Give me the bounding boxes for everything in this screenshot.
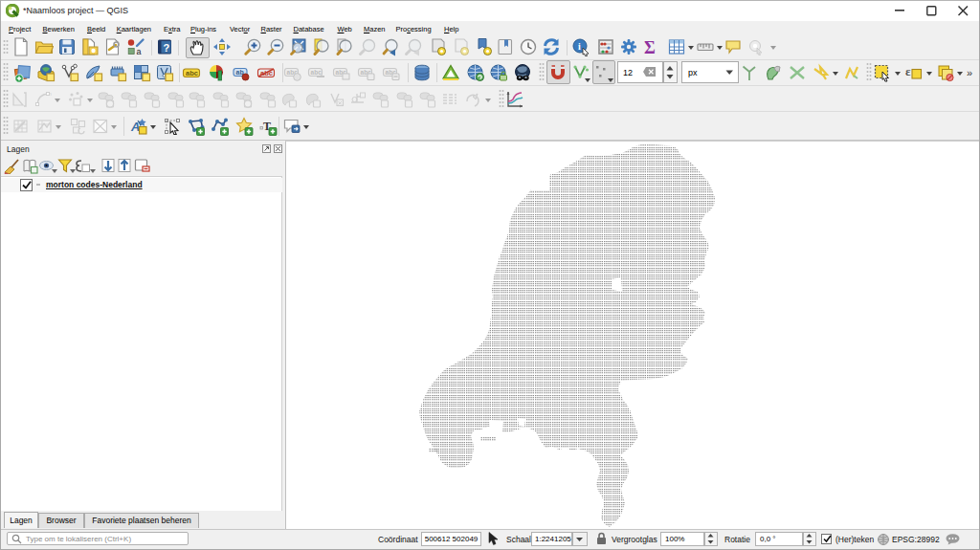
svg-text:n: n [49, 91, 52, 97]
svg-text:ab: ab [236, 69, 244, 76]
svg-text:a: a [137, 47, 142, 56]
svg-text:?: ? [164, 42, 170, 54]
svg-text:i: i [578, 41, 581, 52]
svg-text:Σ: Σ [644, 38, 656, 57]
svg-text:abc: abc [311, 69, 323, 76]
svg-text:ε: ε [905, 64, 911, 78]
svg-text:abc: abc [186, 69, 198, 77]
